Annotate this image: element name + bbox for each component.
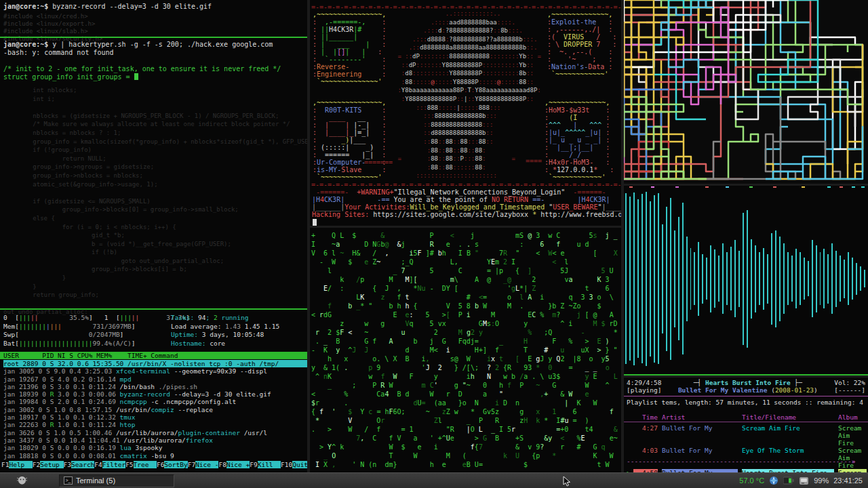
- taskbar-window-button[interactable]: >_ Terminal (5): [59, 474, 174, 487]
- player-separator: [624, 396, 868, 396]
- htop-function-keys[interactable]: F1Help F2Setup F3SearchF4FilterF5Tree F6…: [1, 461, 307, 469]
- process-row[interactable]: jan 22263 0 R 1.0 0.1 0:11.24 htop: [3, 421, 307, 428]
- htop-info: Tasks: 94; 2 running Load average: 1.43 …: [171, 314, 279, 348]
- warning-line-1: -======- +WARNING+"Illegal_Network_Conne…: [312, 188, 610, 197]
- cpu-temp: 57.0 °C: [739, 476, 764, 485]
- ghost-kernel-code: int nblocks; int i; nblocks = (gidsetsiz…: [3, 86, 307, 317]
- process-row[interactable]: jan 19267 0 S 4.0 0.2 0:16.14 mpd: [3, 375, 307, 383]
- playlist-bottom-dashes: ----------------------------------------…: [627, 458, 865, 465]
- warning-line-3: |______|Your Activities:Will_be_Keylogge…: [312, 203, 621, 211]
- process-table-header[interactable]: USER PID NI S CPU% MEM% TIME+ Command: [0, 352, 307, 359]
- process-row[interactable]: jan 19984 0 S 2.0 0.1 0:24.69 ncmpcpp -c…: [3, 398, 307, 405]
- terminal-cursor: [313, 219, 317, 226]
- hackertyper-line-2: struct group_info init_groups =: [3, 73, 138, 81]
- rootkits-box: ,~~~~~~~~~~~~~~~~,: R00T-KITS :: ____ __…: [313, 99, 386, 181]
- hacking-sites-line: Hacking Sites: https://sites.google.com/…: [312, 211, 621, 219]
- terminal-icon: >_: [64, 476, 73, 485]
- pipes-screensaver-pane[interactable]: [624, 0, 868, 184]
- playlist-row[interactable]: 4:27Bullet For MyScream Aim FireScream A…: [627, 424, 867, 447]
- hacker-art-pane[interactable]: =-=-=-=-=-=-=-=-=-=-=-=-=-=-=-=-=-=-=-=-…: [310, 0, 621, 226]
- haxor-home-box: ,~~~~~~~~~~~~~~,:HoM3-$w33t :: (I ::^^^ …: [545, 99, 614, 181]
- taskbar: >_ Terminal (5) 57.0 °C 99% 23:41:25: [0, 472, 868, 488]
- warning-line-2: |H4CK3R| -== You are at the point of NO …: [312, 196, 610, 204]
- tmux-split-line: [0, 308, 307, 310]
- process-row[interactable]: root 2889 0 S 32.0 0.6 15:35.50 /usr/bin…: [3, 360, 307, 367]
- audio-visualizer-pane[interactable]: [624, 186, 868, 375]
- terminal-pane-left[interactable]: jan@core:~$ byzanz-record --delay=3 -d 3…: [0, 0, 307, 472]
- xfce-mouse-icon[interactable]: [16, 476, 28, 485]
- skull-ascii-art: ..:::::::::::.. .::::aad8888888baa::::. …: [394, 9, 541, 180]
- process-row[interactable]: jan 3002 0 S 1.0 0.8 1:57.15 /usr/bin/co…: [3, 406, 307, 413]
- playlist-header-separator: [624, 422, 868, 422]
- process-table: root 2889 0 S 32.0 0.6 15:35.50 /usr/bin…: [0, 360, 307, 460]
- hacker-box: ,~~~~~~~~~~~~~~~~,: ,-======-, :: ||H4CK…: [313, 11, 386, 85]
- matrix-rain: + Q L $ & P < j mS @ 3 w C 5s j _ I ~a D…: [310, 228, 621, 472]
- player-status-line-1: 4:29/4:58 ─┤ Hearts Burst Into Fire ├─ V…: [627, 379, 865, 386]
- playlist: 4:27Bullet For MyScream Aim FireScream A…: [627, 424, 867, 472]
- process-row[interactable]: jan 18029 0 S 0.0 0.0 0:16.19 lua 3spook…: [3, 444, 307, 451]
- process-row[interactable]: jan 3005 0 S 9.0 0.4 3:25.03 xfce4-termi…: [3, 367, 307, 375]
- shell-command-2: jan@core:~$ y | hackertyper.sh -g -f -s …: [3, 41, 273, 49]
- process-row[interactable]: jan 3437 0 S 0.0 10.4 11:04.41 /usr/lib/…: [3, 436, 307, 444]
- dash-border-mid: =-=-=-=-=-=-=-=-=-=-=-=-=-=-=-=-=-=-=-=-…: [311, 182, 621, 188]
- player-state: [playing]: [627, 386, 661, 394]
- virus-dropper-box: ,~~~~~~~~~~~~~~,:Exploit-the :: ,------,…: [547, 11, 616, 78]
- tmux-split-line: [0, 37, 307, 38]
- playlist-info: Playlist tems, length: 57 minutes, 11 se…: [627, 399, 865, 406]
- mouse-cursor: [563, 476, 572, 487]
- system-tray: 57.0 °C 99% 23:41:25: [739, 476, 868, 485]
- visualizer-bars: [624, 186, 868, 371]
- process-row[interactable]: jan 21396 0 S 3.0 0.1 0:11.24 /bin/bash …: [3, 383, 307, 390]
- volume-slider[interactable]: [------]: [834, 386, 865, 394]
- volume-label: Vol: 22%: [834, 379, 865, 386]
- process-row[interactable]: jan 18917 0 S 1.0 0.1 0:12.32 tmux: [3, 413, 307, 421]
- battery-percent: 99%: [814, 476, 829, 485]
- process-row[interactable]: jan 3626 0 S 1.0 0.5 1:00.46 /usr/lib/au…: [3, 429, 307, 436]
- cmatrix-pane[interactable]: + Q L $ & P < j mS @ 3 w C 5s j _ I ~a D…: [310, 228, 621, 472]
- ascii-connector-left: =======: [364, 159, 393, 166]
- music-player-pane[interactable]: 4:29/4:58 ─┤ Hearts Burst Into Fire ├─ V…: [624, 378, 868, 472]
- clock[interactable]: 23:41:25: [833, 476, 863, 485]
- htop-meters: 0 [||||| 35.5%] 1 [||||| 37.7%] Mem[||||…: [3, 314, 190, 348]
- bash-error: -bash: y: command not found: [3, 49, 114, 57]
- playlist-header[interactable]: Time Artist Title/Filename Album: [627, 413, 867, 421]
- shell-command-1: jan@core:~$ byzanz-record --delay=3 -d 3…: [3, 3, 212, 11]
- now-playing-title: ─┤ Hearts Burst Into Fire ├─: [694, 379, 802, 386]
- process-row[interactable]: jan 18939 0 R 3.0 0.3 0:00.06 byzanz-rec…: [3, 390, 307, 398]
- now-playing-artist: Bullet For My Valentine (2008-01-23): [678, 386, 818, 394]
- battery-tray-icon[interactable]: [783, 476, 794, 485]
- hackertyper-line-1: /* init to 2 - one for init_task, one to…: [3, 65, 281, 73]
- elapsed-time: 4:29/4:58: [627, 379, 661, 386]
- player-status-line-2: [playing] Bullet For My Valentine (2008-…: [627, 386, 865, 394]
- ghost-include-lines: #include <linux/cred.h> #include <linux/…: [3, 13, 102, 43]
- taskbar-window-label: Terminal (5): [76, 476, 115, 485]
- device-tray-icon[interactable]: [799, 476, 809, 485]
- terminal-cursor: [134, 73, 138, 80]
- network-tray-icon[interactable]: [769, 476, 778, 485]
- process-row[interactable]: jan 18818 0 S 0.0 0.0 0:08.01 cmatrix -b…: [3, 452, 307, 460]
- pipes-canvas: [624, 0, 868, 184]
